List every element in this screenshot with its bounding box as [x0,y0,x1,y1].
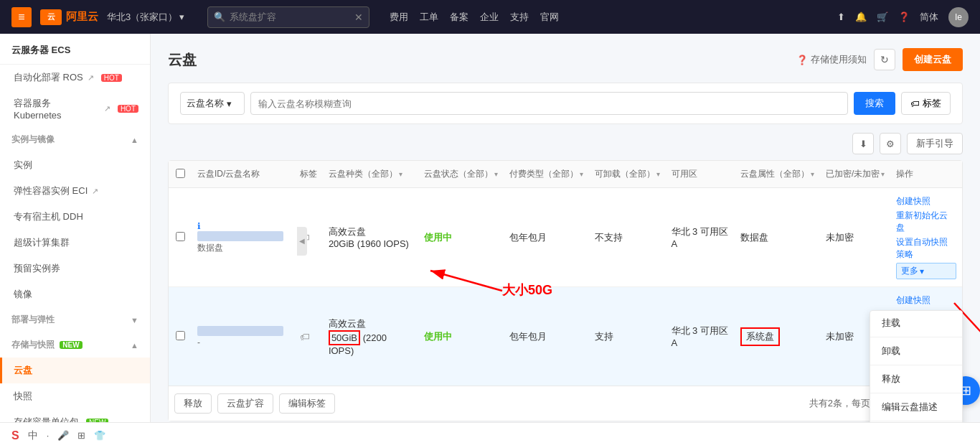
disk-status-cell: 使用中 [418,188,504,287]
tag-icon-2[interactable]: 🏷 [300,331,310,342]
col-encrypted: 已加密/未加密▾ [820,161,890,188]
disk-billing-cell: 包年包月 [504,188,589,287]
sidebar-collapse-toggle[interactable]: ◀ [297,227,307,256]
logo-icon: 云 [40,9,62,25]
search-button[interactable]: 搜索 [854,92,895,115]
new-guide-button[interactable]: 新手引导 [907,133,963,154]
disk-attribute-cell: 数据盘 [735,188,820,287]
create-snapshot-link-2[interactable]: 创建快照 [896,294,956,307]
edit-description-action[interactable]: 编辑云盘描述 [870,395,962,419]
tag-filter-button[interactable]: 🏷 标签 [901,92,951,115]
sidebar: 云服务器 ECS 自动化部署 ROS ↗ HOT 容器服务 Kubernetes… [0,34,151,448]
divider-2 [870,365,962,365]
disk-encrypted-cell: 未加密 [820,188,890,287]
upload-icon[interactable]: ⬆ [837,11,845,22]
disk-zone-cell-2: 华北 3 可用区 A [666,287,735,386]
sidebar-item-instances[interactable]: 实例 [0,152,150,178]
col-billing: 付费类型（全部）▾ [504,161,589,188]
search-input[interactable] [230,11,350,22]
table-footer: 释放 云盘扩容 编辑标签 共有2条，每页显示： 20 50 100 条 [169,386,962,421]
region-selector[interactable]: 华北3（张家口） ▾ [107,11,184,24]
disk-search-input[interactable] [250,92,848,115]
avatar[interactable]: Ie [948,7,969,27]
header-actions: ❓ 存储使用须知 ↻ 创建云盘 [796,48,963,71]
release-action[interactable]: 释放 [870,367,962,391]
sidebar-item-eci[interactable]: 弹性容器实例 ECI ↗ [0,178,150,204]
encrypted-value: 未加密 [826,232,854,243]
settings-button[interactable]: ⚙ [880,133,901,154]
zone-value-2: 华北 3 可用区 A [672,325,728,348]
release-button[interactable]: 释放 [174,393,212,414]
info-icon[interactable]: ℹ [197,221,201,231]
nav-link-official[interactable]: 官网 [540,11,559,24]
create-snapshot-link[interactable]: 创建快照 [896,195,956,207]
refresh-button[interactable]: ↻ [874,49,895,70]
sidebar-item-kubernetes[interactable]: 容器服务 Kubernetes ↗ HOT [0,90,150,127]
external-link-icon: ↗ [92,187,98,196]
sidebar-item-reserved[interactable]: 预留实例券 [0,256,150,281]
footer-buttons: 释放 云盘扩容 编辑标签 [174,393,335,414]
divider [870,337,962,337]
nav-link-fees[interactable]: 费用 [390,11,408,24]
sidebar-item-image[interactable]: 镜像 [0,281,150,307]
disk-id-blurred-2 [197,326,283,336]
bottom-icon-chinese[interactable]: 中 [28,429,38,442]
unmount-action[interactable]: 卸载 [870,339,962,363]
disk-type-line1-2: 高效云盘 [329,317,413,330]
cart-icon[interactable]: 🛒 [877,11,888,22]
bottom-icon-dot[interactable]: · [47,430,50,441]
nav-link-beian[interactable]: 备案 [450,11,468,24]
select-all-checkbox[interactable] [176,169,185,178]
disk-id-blurred [197,231,283,241]
create-disk-button[interactable]: 创建云盘 [903,48,963,71]
sidebar-item-disk[interactable]: 云盘 [0,358,150,383]
bottom-icon-shirt[interactable]: 👕 [94,430,105,441]
search-clear-icon[interactable]: ✕ [354,11,363,23]
nav-links: 费用 工单 备案 企业 支持 官网 [390,11,559,24]
nav-link-ticket[interactable]: 工单 [420,11,438,24]
col-zone: 可用区 [666,161,735,188]
menu-icon[interactable]: ≡ [11,7,32,27]
set-snapshot-policy-link[interactable]: 设置自动快照策略 [896,236,956,261]
disk-attribute-cell-2: 系统盘 [735,287,820,386]
nav-right: ⬆ 🔔 🛒 ❓ 简体 Ie [837,7,969,27]
more-actions-button-row1[interactable]: 更多 ▾ [896,263,956,279]
col-status: 云盘状态（全部）▾ [418,161,504,188]
divider-3 [870,393,962,393]
bottom-icon-grid[interactable]: ⊞ [77,430,85,441]
disk-name-2: - [197,337,200,347]
lang-selector[interactable]: 简体 [920,11,938,24]
disk-name: 数据盘 [197,243,223,253]
row-checkbox[interactable] [176,232,185,241]
chevron-down-icon: ▼ [131,316,138,325]
reinitialize-link[interactable]: 重新初始化云盘 [896,210,956,234]
sidebar-section-instances[interactable]: 实例与镜像 ▲ [0,127,150,152]
storage-notice-link[interactable]: ❓ 存储使用须知 [796,53,867,66]
sidebar-item-ddh[interactable]: 专有宿主机 DDH [0,204,150,230]
export-button[interactable]: ⬇ [852,133,874,154]
question-icon[interactable]: ❓ [898,11,910,22]
tag-icon: 🏷 [910,98,920,109]
expand-disk-button[interactable]: 云盘扩容 [217,393,273,414]
disk-type-cell-2: 高效云盘 50GiB (2200 IOPS) [323,287,418,386]
mount-action[interactable]: 挂载 [870,311,962,335]
sidebar-item-snapshot[interactable]: 快照 [0,383,150,409]
col-action: 操作 [890,161,962,188]
logo: 云 阿里云 [40,9,98,25]
disk-name-filter-select[interactable]: 云盘名称 ▾ [180,92,245,115]
edit-tag-button[interactable]: 编辑标签 [279,393,335,414]
bottom-icon-mic[interactable]: 🎤 [57,430,69,441]
disk-status-cell-2: 使用中 [418,287,504,386]
main-layout: 云服务器 ECS 自动化部署 ROS ↗ HOT 容器服务 Kubernetes… [0,34,980,448]
bottom-icon-s[interactable]: S [11,429,19,442]
bell-icon[interactable]: 🔔 [855,11,867,22]
nav-link-support[interactable]: 支持 [510,11,529,24]
sidebar-section-deploy[interactable]: 部署与弹性 ▼ [0,307,150,332]
sidebar-section-storage[interactable]: 存储与快照 NEW ▲ [0,332,150,358]
nav-link-enterprise[interactable]: 企业 [480,11,499,24]
disk-action-cell: 创建快照 重新初始化云盘 设置自动快照策略 更多 ▾ [890,188,962,287]
sidebar-item-cluster[interactable]: 超级计算集群 [0,230,150,256]
sidebar-item-ros[interactable]: 自动化部署 ROS ↗ HOT [0,65,150,90]
row-checkbox[interactable] [176,331,185,340]
disk-billing-cell-2: 包年包月 [504,287,589,386]
